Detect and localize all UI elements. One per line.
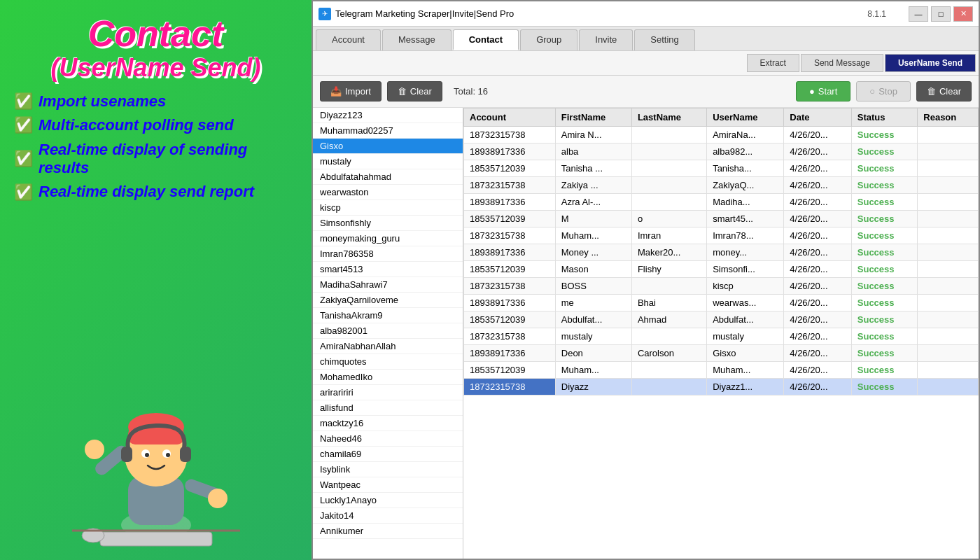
svg-point-12: [208, 489, 227, 508]
feature-text: Real-time display send report: [38, 183, 254, 201]
list-item[interactable]: ZakiyaQarniloveme: [313, 293, 463, 308]
tab-setting[interactable]: Setting: [634, 29, 694, 50]
table-row[interactable]: 18938917336albaalba982...4/26/20...Succe…: [464, 144, 979, 160]
minimize-button[interactable]: —: [909, 6, 928, 22]
username-list[interactable]: Diyazz123Muhammad02257GisxomustalyAbdulf…: [313, 108, 463, 559]
list-item[interactable]: Jakito14: [313, 508, 463, 524]
list-item[interactable]: Luckly1Anayo: [313, 493, 463, 508]
app-title: Telegram Marketing Scraper|Invite|Send P…: [335, 8, 514, 19]
list-item[interactable]: TanishaAkram9: [313, 308, 463, 323]
svg-point-10: [85, 440, 104, 459]
feature-list: ✅Import usenames✅Multi-account polling s…: [14, 92, 298, 202]
close-button[interactable]: ✕: [953, 6, 973, 22]
clear-right-label: Clear: [939, 86, 961, 97]
sub-nav: Extract Send Message UserName Send: [313, 51, 979, 76]
table-row[interactable]: 18535712039Muham...Muham...4/26/20...Suc…: [464, 362, 979, 379]
table-row[interactable]: 18732315738DiyazzDiyazz1...4/26/20...Suc…: [464, 379, 979, 396]
table-row[interactable]: 18938917336meBhaiwearwas...4/26/20...Suc…: [464, 295, 979, 312]
table-row[interactable]: 18938917336Money ...Maker20...money...4/…: [464, 244, 979, 261]
list-item[interactable]: alba982001: [313, 323, 463, 339]
list-item[interactable]: Abdulfatahahmad: [313, 169, 463, 185]
list-item[interactable]: Gisxo: [313, 139, 463, 154]
list-item[interactable]: AmiraNabhanAllah: [313, 339, 463, 354]
toolbar: 📥 Import 🗑 Clear Total: 16 ● Start ○ Sto…: [313, 76, 979, 108]
table-row[interactable]: 18535712039Mosmart45...4/26/20...Success: [464, 211, 979, 227]
checkmark-icon: ✅: [14, 183, 33, 202]
tab-contact[interactable]: Contact: [453, 29, 519, 50]
tab-account[interactable]: Account: [316, 29, 381, 50]
list-item[interactable]: macktzy16: [313, 416, 463, 431]
table-row[interactable]: 18535712039MasonFlishySimsonfi...4/26/20…: [464, 261, 979, 278]
svg-rect-15: [100, 532, 212, 546]
clear-right-button[interactable]: 🗑 Clear: [916, 81, 972, 102]
col-account: Account: [464, 108, 556, 127]
feature-text: Real-time display of sending results: [38, 141, 298, 178]
list-item[interactable]: Naheed46: [313, 431, 463, 447]
list-item[interactable]: mustaly: [313, 154, 463, 169]
clear-left-button[interactable]: 🗑 Clear: [387, 81, 442, 102]
main-content: Diyazz123Muhammad02257GisxomustalyAbdulf…: [313, 108, 979, 559]
list-item[interactable]: Diyazz123: [313, 108, 463, 123]
feature-item: ✅Import usenames: [14, 92, 298, 111]
import-icon: 📥: [330, 86, 342, 97]
title-bar-controls: — □ ✕: [909, 6, 973, 22]
start-icon: ●: [809, 86, 815, 97]
svg-rect-13: [121, 447, 132, 462]
start-button[interactable]: ● Start: [796, 81, 850, 102]
list-item[interactable]: wearwaston: [313, 185, 463, 200]
app-version: 8.1.1: [867, 9, 886, 19]
tab-message[interactable]: Message: [382, 29, 451, 50]
import-button[interactable]: 📥 Import: [320, 81, 382, 102]
table-row[interactable]: 18732315738mustalymustaly4/26/20...Succe…: [464, 328, 979, 345]
list-item[interactable]: Wantpeac: [313, 477, 463, 493]
sub-nav-extract[interactable]: Extract: [747, 54, 799, 72]
clear-right-icon: 🗑: [927, 86, 936, 97]
table-row[interactable]: 18938917336DeonCarolsonGisxo4/26/20...Su…: [464, 345, 979, 362]
app-icon: ✈: [318, 8, 331, 20]
panel-title-line1: Contact: [88, 14, 224, 54]
tab-group[interactable]: Group: [520, 29, 578, 50]
maximize-button[interactable]: □: [931, 6, 951, 22]
total-count: Total: 16: [454, 86, 790, 97]
stop-icon: ○: [869, 86, 875, 97]
list-item[interactable]: ariraririri: [313, 385, 463, 400]
list-item[interactable]: chamila69: [313, 447, 463, 462]
character-illustration: [65, 371, 247, 553]
svg-rect-14: [180, 447, 191, 462]
clear-left-icon: 🗑: [398, 86, 407, 97]
list-item[interactable]: MadihaSahrawi7: [313, 277, 463, 293]
list-item[interactable]: smart4513: [313, 262, 463, 277]
list-item[interactable]: MohamedIko: [313, 370, 463, 385]
table-row[interactable]: 18732315738Amira N...AmiraNa...4/26/20..…: [464, 127, 979, 144]
table-row[interactable]: 18732315738Zakiya ...ZakiyaQ...4/26/20..…: [464, 177, 979, 194]
list-item[interactable]: moneymaking_guru: [313, 231, 463, 246]
col-reason: Reason: [918, 108, 979, 127]
tab-invite[interactable]: Invite: [579, 29, 633, 50]
nav-tabs: Account Message Contact Group Invite Set…: [313, 27, 979, 51]
table-row[interactable]: 18732315738BOSSkiscp4/26/20...Success: [464, 278, 979, 295]
col-lastname: LastName: [631, 108, 706, 127]
checkmark-icon: ✅: [14, 116, 33, 134]
list-item[interactable]: kiscp: [313, 200, 463, 216]
table-row[interactable]: 18938917336Azra Al-...Madiha...4/26/20..…: [464, 194, 979, 211]
list-item[interactable]: Simsonfishly: [313, 216, 463, 231]
list-item[interactable]: Muhammad02257: [313, 123, 463, 139]
list-item[interactable]: chimquotes: [313, 354, 463, 370]
feature-item: ✅Real-time display of sending results: [14, 141, 298, 178]
left-panel: Contact (UserName Send) ✅Import usenames…: [0, 0, 312, 560]
sub-nav-username-send[interactable]: UserName Send: [885, 54, 976, 72]
stop-button[interactable]: ○ Stop: [856, 81, 911, 102]
table-container: Account FirstName LastName UserName Date…: [463, 108, 979, 559]
svg-point-7: [145, 453, 149, 457]
list-item[interactable]: Isyblink: [313, 462, 463, 477]
table-row[interactable]: 18535712039Tanisha ...Tanisha...4/26/20.…: [464, 160, 979, 177]
list-item[interactable]: allisfund: [313, 400, 463, 416]
panel-title-line2: (UserName Send): [50, 54, 260, 82]
table-row[interactable]: 18535712039Abdulfat...AhmadAbdulfat...4/…: [464, 312, 979, 328]
svg-point-8: [166, 453, 170, 457]
table-row[interactable]: 18732315738Muham...ImranImran78...4/26/2…: [464, 227, 979, 244]
clear-left-label: Clear: [410, 86, 432, 97]
list-item[interactable]: Annikumer: [313, 524, 463, 539]
list-item[interactable]: Imran786358: [313, 246, 463, 262]
sub-nav-send-message[interactable]: Send Message: [801, 54, 883, 72]
